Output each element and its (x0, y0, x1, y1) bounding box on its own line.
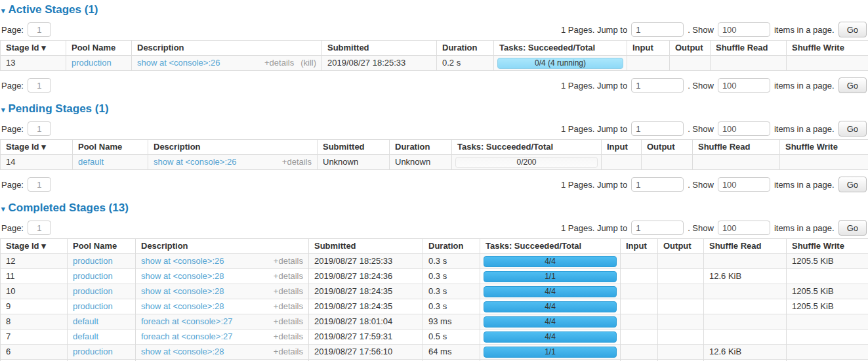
stage-id-cell: 6 (1, 345, 68, 360)
output-cell (658, 284, 704, 299)
column-header-shuffle-write[interactable]: Shuffle Write (787, 41, 868, 56)
jump-to-page-input[interactable] (631, 221, 684, 235)
jump-to-page-input[interactable] (631, 121, 684, 136)
go-button[interactable]: Go (838, 121, 867, 137)
column-header-shuffle-read[interactable]: Shuffle Read (704, 239, 787, 254)
column-header-duration[interactable]: Duration (390, 140, 452, 155)
items-per-page-input[interactable] (718, 78, 770, 93)
column-header-stage-id[interactable]: Stage Id ▾ (1, 41, 66, 56)
column-header-input[interactable]: Input (621, 239, 658, 254)
column-header-pool-name[interactable]: Pool Name (68, 239, 136, 254)
pool-name-link[interactable]: production (73, 271, 113, 281)
items-per-page-input[interactable] (718, 22, 770, 37)
column-header-stage-id[interactable]: Stage Id ▾ (1, 140, 73, 155)
details-toggle[interactable]: +details (282, 157, 312, 167)
column-header-submitted[interactable]: Submitted (322, 41, 437, 56)
column-header-duration[interactable]: Duration (437, 41, 494, 56)
page-number-input[interactable] (28, 78, 51, 93)
stage-description-link[interactable]: show at <console>:26 (154, 157, 236, 167)
pool-name-link[interactable]: default (78, 157, 104, 167)
column-header-shuffle-write[interactable]: Shuffle Write (787, 239, 868, 254)
column-header-input[interactable]: Input (627, 41, 670, 56)
column-header-submitted[interactable]: Submitted (318, 140, 390, 155)
input-cell (621, 269, 658, 284)
items-text: items in a page. (774, 124, 835, 134)
column-header-stage-id[interactable]: Stage Id ▾ (1, 239, 68, 254)
items-per-page-input[interactable] (718, 177, 770, 192)
submitted-cell: 2019/08/27 17:56:10 (309, 345, 423, 360)
column-header-submitted[interactable]: Submitted (309, 239, 423, 254)
task-progress-bar: 4/4 (484, 256, 617, 267)
details-toggle[interactable]: +details (274, 286, 303, 297)
column-header-output[interactable]: Output (642, 140, 693, 155)
column-header-shuffle-read[interactable]: Shuffle Read (711, 41, 787, 56)
column-header-shuffle-write[interactable]: Shuffle Write (780, 140, 868, 155)
shuffle-read-cell (704, 284, 787, 299)
page-number-input[interactable] (28, 177, 51, 192)
duration-cell: 0.3 s (423, 269, 480, 284)
pool-name-link[interactable]: production (73, 256, 113, 266)
output-cell (658, 254, 704, 269)
section-title-completed-stages[interactable]: ▾ Completed Stages (13) (1, 202, 868, 215)
pool-name-link[interactable]: production (73, 286, 113, 296)
stage-description-link[interactable]: show at <console>:26 (137, 58, 220, 68)
jump-to-page-input[interactable] (631, 22, 684, 37)
column-header-input[interactable]: Input (602, 140, 642, 155)
stage-description-link[interactable]: show at <console>:28 (141, 286, 224, 297)
output-cell (658, 329, 704, 345)
go-button[interactable]: Go (838, 177, 867, 192)
pool-name-link[interactable]: production (73, 301, 113, 311)
pages-count-text: 1 Pages. Jump to (561, 25, 627, 35)
details-toggle[interactable]: +details (274, 256, 303, 266)
input-cell (621, 314, 658, 329)
details-toggle[interactable]: +details (274, 316, 303, 327)
pool-name-link[interactable]: default (73, 331, 98, 341)
pool-name-link[interactable]: production (72, 58, 112, 68)
column-header-tasks[interactable]: Tasks: Succeeded/Total (494, 41, 627, 56)
column-header-output[interactable]: Output (658, 239, 704, 254)
column-header-description[interactable]: Description (136, 239, 309, 254)
pool-name-link[interactable]: production (73, 347, 113, 356)
jump-to-page-input[interactable] (631, 177, 684, 192)
column-header-description[interactable]: Description (132, 41, 322, 56)
column-header-tasks[interactable]: Tasks: Succeeded/Total (480, 239, 621, 254)
section-title-pending-stages[interactable]: ▾ Pending Stages (1) (1, 102, 868, 116)
stage-description-link[interactable]: show at <console>:28 (141, 347, 224, 357)
page-number-input[interactable] (28, 22, 51, 37)
stage-description-link[interactable]: foreach at <console>:27 (141, 316, 233, 327)
details-toggle[interactable]: +details (274, 271, 303, 282)
column-header-duration[interactable]: Duration (423, 239, 480, 254)
details-toggle[interactable]: +details (264, 58, 294, 68)
jump-to-page-input[interactable] (631, 78, 684, 93)
details-toggle[interactable]: +details (274, 331, 303, 342)
table-row: 9 production show at <console>:28 +detai… (1, 299, 868, 314)
go-button[interactable]: Go (838, 220, 867, 236)
go-button[interactable]: Go (838, 22, 867, 37)
pool-name-link[interactable]: default (73, 316, 98, 326)
column-header-tasks[interactable]: Tasks: Succeeded/Total (452, 140, 602, 155)
details-toggle[interactable]: +details (274, 301, 303, 312)
page-number-input[interactable] (28, 121, 51, 136)
page-number-input[interactable] (28, 221, 51, 235)
stage-description-link[interactable]: show at <console>:26 (141, 256, 224, 266)
go-button[interactable]: Go (838, 77, 867, 93)
kill-link[interactable]: (kill) (300, 58, 316, 68)
column-header-output[interactable]: Output (670, 41, 711, 56)
stage-id-cell: 7 (1, 329, 68, 345)
column-header-pool-name[interactable]: Pool Name (66, 41, 132, 56)
submitted-cell: 2019/08/27 18:24:35 (309, 284, 423, 299)
items-per-page-input[interactable] (718, 121, 770, 136)
input-cell (621, 345, 658, 360)
column-header-description[interactable]: Description (148, 140, 318, 155)
stage-description-link[interactable]: show at <console>:28 (141, 301, 224, 312)
items-per-page-input[interactable] (718, 221, 770, 235)
show-text: . Show (688, 81, 714, 91)
column-header-shuffle-read[interactable]: Shuffle Read (693, 140, 780, 155)
stage-description-link[interactable]: foreach at <console>:27 (141, 331, 233, 342)
shuffle-read-cell (704, 314, 787, 329)
section-title-active-stages[interactable]: ▾ Active Stages (1) (1, 3, 868, 16)
column-header-pool-name[interactable]: Pool Name (73, 140, 148, 155)
table-row: 7 default foreach at <console>:27 +detai… (1, 329, 868, 345)
stage-description-link[interactable]: show at <console>:28 (141, 271, 224, 282)
details-toggle[interactable]: +details (274, 347, 303, 357)
